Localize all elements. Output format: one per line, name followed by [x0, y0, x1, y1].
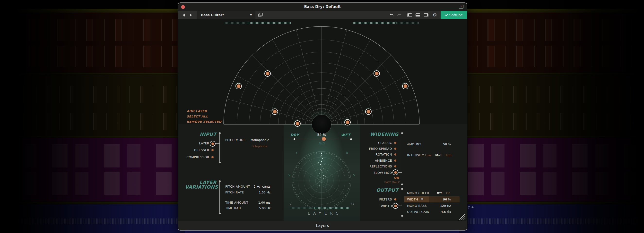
correlation-min-label: -1 [289, 202, 292, 205]
clip-label: y [468, 205, 474, 209]
layers-brand-label: LAYERS [287, 211, 363, 216]
popout-window-icon[interactable] [459, 5, 464, 8]
softube-label: Softube [449, 13, 463, 17]
select-all-link[interactable]: SELECT ALL [187, 115, 208, 118]
slow-mod-selected-dot[interactable] [392, 169, 398, 175]
desktop-background: y Bass Dry: Default Bass Guitar* ▼ [0, 0, 644, 233]
connector [215, 143, 220, 144]
pitch-rate-label: PITCH RATE [225, 191, 244, 194]
bottom-bar: Layers [178, 221, 467, 230]
plugin-name-label: Layers [178, 223, 467, 228]
window-title: Bass Dry: Default [178, 4, 467, 9]
connector [398, 172, 402, 173]
output-connector-line [402, 189, 402, 216]
width-row-label: WIDTH [407, 198, 418, 201]
undo-button[interactable] [388, 12, 394, 17]
widening-item-ambience[interactable]: AMBIENCE [356, 159, 392, 162]
next-preset-button[interactable] [190, 13, 192, 16]
time-rate-value[interactable]: 5.00 Hz [246, 206, 270, 210]
width-selected-dot[interactable] [392, 203, 398, 209]
chevron-down-icon: ▼ [250, 13, 252, 16]
add-layer-link[interactable]: ADD LAYER [187, 109, 207, 113]
rotation-dot[interactable] [394, 153, 396, 156]
amount-value[interactable]: 50 % [431, 142, 451, 146]
preset-selector[interactable]: Bass Guitar* ▼ [196, 11, 256, 19]
preset-nav [178, 11, 196, 19]
prev-preset-button[interactable] [183, 13, 185, 16]
output-gain-value[interactable]: -4.6 dB [431, 210, 451, 214]
input-connector-line [220, 133, 220, 163]
mono-bass-value[interactable]: 120 Hz [431, 204, 451, 208]
time-rate-label: TIME RATE [225, 206, 242, 210]
pitch-mode-polyphonic[interactable]: Polyphonic [247, 144, 273, 148]
mono-check-label: MONO CHECK [407, 191, 430, 195]
output-item-width[interactable]: WIDTH [356, 204, 392, 208]
amount-label: AMOUNT [407, 142, 421, 146]
bottom-panel-toggle-icon[interactable] [415, 12, 421, 17]
output-section-header: OUTPUT [364, 187, 398, 193]
preset-name: Bass Guitar* [196, 13, 224, 17]
gonio-left-label: L [296, 151, 298, 155]
output-item-filters[interactable]: FILTERS [356, 198, 392, 201]
left-panel-toggle-icon[interactable] [406, 12, 412, 17]
copy-preset-button[interactable] [258, 13, 263, 17]
settings-gear-icon[interactable]: ⚙ [432, 12, 438, 17]
intensity-mid[interactable]: Mid [435, 153, 442, 157]
compressor-dot[interactable] [212, 156, 214, 158]
widening-item-freq-spread[interactable]: FREQ SPREAD [356, 147, 392, 151]
gonio-side-left-label: S [288, 173, 290, 177]
widening-item-classic[interactable]: CLASSIC [356, 141, 392, 145]
classic-dot[interactable] [394, 142, 396, 144]
intensity-high[interactable]: High [444, 153, 453, 157]
plugin-content: ADD LAYER SELECT ALL REMOVE SELECTED INP… [178, 19, 467, 221]
softube-brand-button[interactable]: Softube [440, 11, 467, 19]
title-bar[interactable]: Bass Dry: Default [178, 3, 467, 11]
correlation-max-label: +1 [350, 202, 354, 205]
widening-item-rotation[interactable]: ROTATION [356, 153, 392, 156]
intensity-low[interactable]: Low [425, 153, 432, 157]
gonio-right-label: R [346, 151, 348, 155]
right-panel-toggle-icon[interactable] [423, 12, 429, 17]
reflections-dot[interactable] [394, 165, 396, 168]
remove-selected-link[interactable]: REMOVE SELECTED [187, 120, 222, 124]
width-row-value[interactable]: 96 % [431, 198, 451, 201]
stereo-field-grid [178, 19, 467, 125]
layer-variations-line [220, 181, 220, 214]
plugin-window: Bass Dry: Default Bass Guitar* ▼ ⚙ [178, 2, 467, 231]
mono-check-on[interactable]: On [446, 191, 452, 195]
output-gain-label: OUTPUT GAIN [407, 210, 430, 214]
mono-check-off[interactable]: Off [437, 191, 444, 195]
widening-connector-line [402, 133, 402, 185]
pitch-mode-monophonic[interactable]: Monophonic [247, 138, 273, 142]
horizontal-drag-cursor: ↔ [420, 197, 424, 201]
ambience-dot[interactable] [394, 160, 396, 162]
input-section-header: INPUT [192, 132, 216, 137]
time-amount-value[interactable]: 1.00 ms [246, 201, 270, 204]
goniometer-grid [284, 124, 360, 221]
clip-label-text: y [468, 205, 470, 209]
slow-mod-wet-only-status: WET ONLY [375, 181, 399, 184]
filters-dot[interactable] [394, 198, 396, 201]
intensity-label: INTENSITY [407, 153, 424, 157]
sidebar-item-layer[interactable]: LAYER [180, 142, 209, 145]
freq-spread-dot[interactable] [394, 148, 396, 150]
slow-mod-on-status: ON [385, 176, 399, 180]
toolbar: Bass Guitar* ▼ ⚙ Softube [178, 11, 467, 19]
mono-bass-label: MONO BASS [407, 204, 427, 208]
pitch-amount-value[interactable]: 3 +/- cents [246, 185, 270, 188]
layer-selected-dot[interactable] [210, 141, 216, 147]
redo-button[interactable] [396, 12, 402, 17]
widening-item-slow-mod[interactable]: SLOW MOD [356, 171, 392, 175]
pitch-rate-value[interactable]: 1.55 Hz [246, 191, 270, 194]
connector [398, 206, 402, 206]
correlation-meter [290, 207, 349, 209]
sidebar-item-deesser[interactable]: DEESSER [180, 148, 209, 152]
softube-logo-icon [445, 14, 448, 16]
gonio-side-right-label: S [352, 173, 354, 177]
widening-section-header: WIDENING [364, 132, 398, 137]
pitch-mode-label: PITCH MODE [225, 138, 246, 142]
sidebar-item-compressor[interactable]: COMPRESSOR [180, 155, 209, 159]
deesser-dot[interactable] [212, 149, 214, 151]
goniometer-trace [321, 153, 322, 154]
widening-item-reflections[interactable]: REFLECTIONS [356, 165, 392, 168]
